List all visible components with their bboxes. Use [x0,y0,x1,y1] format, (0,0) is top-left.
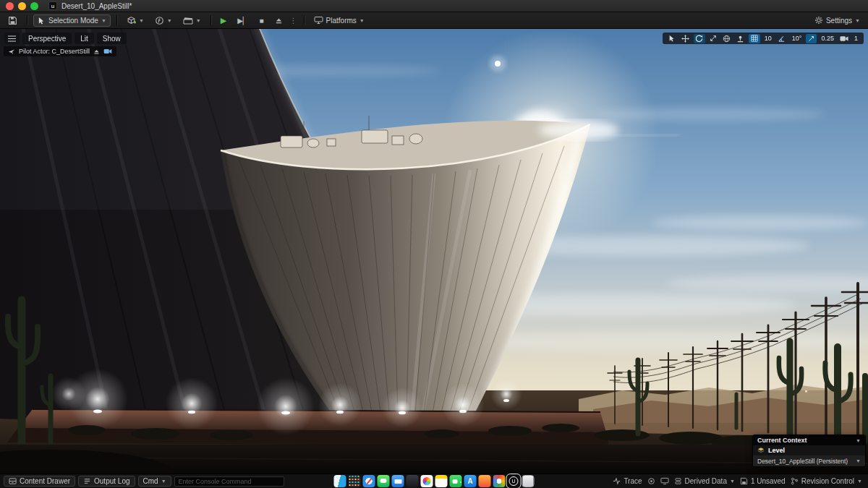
revision-control-dropdown[interactable]: Revision Control ▼ [791,477,862,485]
dock-icon-notes[interactable] [435,475,448,487]
titlebar: u Desert_10_AppleStill* [0,0,868,12]
macos-dock: A [334,475,535,487]
console-input[interactable] [174,476,284,487]
gear-icon [814,16,823,25]
dock-icon-tv[interactable] [407,475,419,487]
context-level-row: Level [753,445,865,455]
rotation-snap-value[interactable]: 10° [790,35,804,42]
angle-snap-icon [778,35,786,43]
rotation-snap-toggle[interactable] [776,34,788,43]
play-options-menu[interactable]: ⋮ [290,17,298,25]
dock-icon-mail[interactable] [392,475,404,487]
eject-pilot-icon[interactable] [93,48,100,55]
grid-snap-toggle[interactable] [749,34,760,43]
grid-snap-icon [751,35,758,42]
level-value: Desert_10_AppleStill (Persistent) [757,458,848,465]
globe-icon [723,35,731,43]
level-viewport[interactable]: Perspective Lit Show [0,29,868,474]
move-tool-button[interactable] [680,34,692,43]
pilot-camera-icon[interactable] [103,48,112,54]
level-icon [757,447,765,454]
dock-icon-swift[interactable] [479,475,491,487]
chevron-down-icon: ▼ [730,479,735,484]
viewport-options-menu[interactable] [4,33,20,44]
close-window-button[interactable] [6,2,14,10]
selection-mode-dropdown[interactable]: Selection Mode ▼ [33,14,111,27]
unsaved-button[interactable]: 1 Unsaved [740,477,786,485]
chevron-down-icon: ▼ [359,18,365,23]
perspective-dropdown[interactable]: Perspective [22,33,72,44]
chevron-down-icon: ▼ [167,18,172,23]
content-drawer-label: Content Drawer [20,477,70,485]
viewport-toolbar-right: 10 10° 0.25 1 [663,33,864,44]
platforms-dropdown[interactable]: Platforms ▼ [310,14,368,27]
dock-icon-browser[interactable] [493,475,506,487]
save-button[interactable] [4,14,21,27]
level-label: Level [768,447,785,454]
play-button[interactable]: ▶ [217,14,230,27]
dock-icon-appstore[interactable]: A [464,475,477,487]
dock-icon-safari[interactable] [363,475,375,487]
viewport-scene[interactable] [0,29,868,474]
save-icon [8,16,17,25]
dock-icon-photos[interactable] [421,475,433,487]
dock-icon-trash[interactable] [522,475,535,487]
unsaved-label: 1 Unsaved [751,477,786,485]
move-icon [681,35,689,43]
hamburger-icon [8,35,16,42]
dock-icon-facetime[interactable] [450,475,462,487]
derived-data-dropdown[interactable]: Derived Data ▼ [674,477,735,485]
dock-icon-messages[interactable] [378,475,390,487]
display-button[interactable] [660,477,669,485]
toolbar-separator [304,15,305,25]
scale-tool-button[interactable] [707,34,719,43]
cinematics-dropdown[interactable]: ▼ [179,14,205,27]
status-bar-right: Trace Derived Data ▼ 1 Unsaved Revision … [613,477,864,485]
dock-icon-launchpad[interactable] [349,475,361,487]
grid-snap-value[interactable]: 10 [762,35,774,42]
clapperboard-icon [183,16,193,25]
camera-speed-button[interactable] [838,34,850,43]
dock-icon-finder[interactable] [334,475,346,487]
current-context-panel: Current Context ▼ Level Desert_10_AppleS… [752,435,866,467]
toolbar-separator [210,15,211,25]
select-tool-button[interactable] [666,34,678,43]
current-context-header[interactable]: Current Context ▼ [753,435,865,445]
output-log-button[interactable]: Output Log [78,476,135,487]
derived-data-label: Derived Data [685,477,727,485]
chevron-down-icon: ▼ [855,18,860,23]
chevron-down-icon: ▼ [101,18,106,23]
show-dropdown[interactable]: Show [97,33,127,44]
blueprints-dropdown[interactable]: ▼ [151,14,176,27]
skip-button[interactable]: ▶▏ [234,14,252,27]
settings-dropdown[interactable]: Settings ▼ [811,14,864,27]
dock-icon-unreal[interactable] [508,475,520,487]
context-level-selector[interactable]: Desert_10_AppleStill (Persistent) ▼ [753,455,865,466]
scale-snap-value[interactable]: 0.25 [819,35,836,42]
content-drawer-button[interactable]: Content Drawer [4,476,75,487]
chevron-down-icon: ▼ [856,458,861,463]
rotate-tool-button[interactable] [694,34,705,43]
pilot-icon [8,48,15,55]
stop-button[interactable]: ■ [256,14,268,27]
derived-data-icon [674,477,682,485]
pilot-actor-label: Pilot Actor: C_DesertStill [19,48,90,55]
toolbar-separator [116,15,117,25]
current-context-label: Current Context [757,437,807,444]
rotate-icon [695,35,703,43]
scale-snap-toggle[interactable] [806,34,817,43]
cmd-label: Cmd [143,477,158,485]
content-drawer-icon [9,477,17,485]
cmd-dropdown[interactable]: Cmd ▼ [138,476,171,487]
world-local-toggle[interactable] [721,34,733,43]
trace-button[interactable]: Trace [613,477,642,485]
surface-snapping-button[interactable] [735,34,746,43]
add-actor-dropdown[interactable]: ▼ [123,14,148,27]
pilot-actor-bar[interactable]: Pilot Actor: C_DesertStill [4,46,116,56]
view-mode-dropdown[interactable]: Lit [75,33,94,44]
eject-button[interactable] [271,14,286,27]
zoom-window-button[interactable] [30,2,38,10]
minimize-window-button[interactable] [18,2,26,10]
camera-speed-value[interactable]: 1 [852,35,860,42]
screenshot-target-button[interactable] [647,477,655,485]
